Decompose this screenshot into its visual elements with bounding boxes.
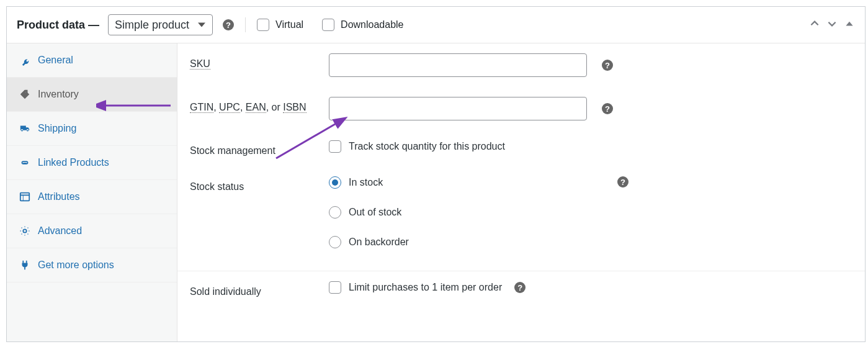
sku-input[interactable] [329,53,587,77]
tab-general[interactable]: General [7,43,177,78]
help-icon[interactable]: ? [602,60,613,71]
separator [245,17,246,32]
svg-rect-0 [20,193,29,201]
move-up-icon[interactable] [809,18,820,32]
tab-label: General [38,55,73,66]
stock-status-radio-group: In stock Out of stock On backorder [329,176,409,248]
sold-individually-label: Sold individually [190,281,329,297]
tab-shipping[interactable]: Shipping [7,112,177,146]
stock-status-backorder[interactable]: On backorder [329,236,409,248]
plug-icon [19,260,30,271]
tab-label: Get more options [38,260,114,271]
tab-linked-products[interactable]: Linked Products [7,146,177,180]
tab-advanced[interactable]: Advanced [7,214,177,248]
tab-label: Linked Products [38,157,109,168]
stock-status-outofstock[interactable]: Out of stock [329,206,409,219]
stock-status-instock[interactable]: In stock [329,176,409,189]
tab-attributes[interactable]: Attributes [7,180,177,214]
downloadable-label: Downloadable [341,19,403,30]
radio-outofstock[interactable] [329,206,341,219]
stock-status-label: Stock status [190,176,329,192]
help-icon[interactable]: ? [602,103,613,114]
collapse-icon[interactable] [844,18,855,32]
wrench-icon [19,55,30,66]
tab-label: Inventory [38,89,79,100]
product-data-metabox: Product data — Simple product ? Virtual … [6,6,866,342]
help-icon[interactable]: ? [617,176,629,188]
tab-label: Attributes [38,191,80,202]
sku-label: SKU [190,53,329,70]
downloadable-checkbox[interactable] [322,19,334,31]
product-type-select[interactable]: Simple product [108,14,213,35]
inventory-panel: SKU ? GTIN, UPC, EAN, or ISBN ? Stock ma… [177,43,865,341]
virtual-label: Virtual [275,19,303,30]
radio-backorder[interactable] [329,236,341,248]
track-stock-checkbox[interactable] [329,140,341,153]
tab-get-more-options[interactable]: Get more options [7,248,177,282]
product-data-tabs: General Inventory Shipping Linked Produc… [7,43,177,341]
tab-label: Shipping [38,123,76,134]
sold-individually-text: Limit purchases to 1 item per order [349,282,502,293]
truck-icon [19,123,30,134]
virtual-checkbox[interactable] [257,19,269,31]
downloadable-checkbox-group[interactable]: Downloadable [322,19,403,31]
gear-icon [19,225,30,237]
panel-controls [809,18,855,32]
sold-individually-checkbox-group[interactable]: Limit purchases to 1 item per order [329,281,502,294]
sold-individually-checkbox[interactable] [329,281,341,294]
metabox-header: Product data — Simple product ? Virtual … [7,7,865,43]
stock-management-label: Stock management [190,140,329,156]
metabox-title: Product data — [17,19,99,32]
tag-icon [19,89,30,100]
radio-instock[interactable] [329,176,341,189]
virtual-checkbox-group[interactable]: Virtual [257,19,303,31]
product-code-label: GTIN, UPC, EAN, or ISBN [190,97,329,113]
help-icon[interactable]: ? [514,282,526,293]
product-code-input[interactable] [329,97,587,120]
list-icon [19,191,30,202]
link-icon [19,157,30,168]
tab-label: Advanced [38,225,82,237]
track-stock-label: Track stock quantity for this product [349,141,505,152]
move-down-icon[interactable] [826,18,838,32]
track-stock-checkbox-group[interactable]: Track stock quantity for this product [329,140,505,153]
tab-inventory[interactable]: Inventory [7,78,177,112]
help-icon[interactable]: ? [223,19,234,30]
